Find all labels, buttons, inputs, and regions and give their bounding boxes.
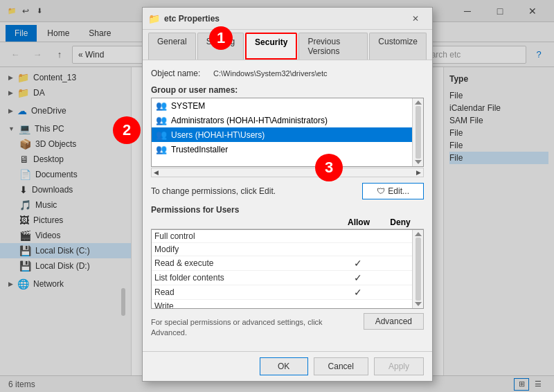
perm-allow: ✓ [337,272,379,283]
perm-row-read-execute: Read & execute ✓ [152,256,423,271]
edit-btn-label: Edit... [388,186,409,196]
tab-general[interactable]: General [148,33,196,60]
change-perm-text: To change permissions, click Edit. [151,186,276,196]
edit-button[interactable]: 🛡 Edit... [362,183,424,199]
dialog-tabs: General Sharing Security Previous Versio… [143,30,432,60]
apply-button[interactable]: Apply [374,357,424,375]
perm-headers: Allow Deny [151,217,424,229]
cancel-button[interactable]: Cancel [314,357,368,375]
change-perm-row: To change permissions, click Edit. 🛡 Edi… [151,183,424,199]
dialog-overlay: 📁 etc Properties ✕ General Sharing Secur… [0,0,554,392]
tab-previous-versions[interactable]: Previous Versions [298,33,368,60]
perm-name: Full control [154,231,337,241]
scroll-thumb [416,106,421,159]
users-scrollbar [412,98,423,166]
perm-name: Read [154,287,337,297]
perm-col-allow: Allow [338,217,379,227]
checkmark-icon: ✓ [354,272,362,283]
dialog-title: etc Properties [164,14,404,24]
scroll-up-arrow [415,232,422,236]
user-name: SYSTEM [171,101,205,111]
dialog-body: Object name: C:\Windows\System32\drivers… [143,60,432,351]
checkmark-icon: ✓ [354,258,362,269]
perm-name: Read & execute [154,258,337,268]
user-name: Administrators (HOHAI-HT\Administrators) [171,116,328,125]
scroll-thumb [416,238,421,301]
user-icon: 👥 [156,100,167,111]
scroll-down-arrow [415,302,422,306]
checkmark-icon: ✓ [354,287,362,298]
object-name-value: C:\Windows\System32\drivers\etc [213,69,327,78]
perm-list-container: Full control Modify Read & execute ✓ [151,229,424,309]
perm-allow: ✓ [337,287,379,298]
scroll-right-arrow[interactable]: ▶ [414,169,423,176]
ok-button[interactable]: OK [260,357,308,375]
users-list-item-trusted[interactable]: 👥 TrustedInstaller [152,142,423,157]
perm-allow: ✓ [337,258,379,269]
perm-row-write: Write [152,300,423,309]
perm-row-list-folder: List folder contents ✓ [152,271,423,285]
advanced-button[interactable]: Advanced [364,313,424,330]
user-name: TrustedInstaller [171,145,228,154]
special-perm-section: For special permissions or advanced sett… [151,313,424,343]
object-name-row: Object name: C:\Windows\System32\drivers… [151,69,424,78]
users-hscroll: ◀ ▶ [151,168,424,177]
dialog-close-button[interactable]: ✕ [404,10,427,28]
etc-properties-dialog: 📁 etc Properties ✕ General Sharing Secur… [142,7,433,382]
scroll-left-arrow[interactable]: ◀ [152,169,161,176]
user-icon: 👥 [156,144,167,154]
special-perm-text: For special permissions or advanced sett… [151,317,357,339]
step-1-badge: 1 [209,26,233,50]
perm-row-fullcontrol: Full control [152,230,423,243]
perm-name: Write [154,301,337,309]
users-list-container: 👥 SYSTEM 👥 Administrators (HOHAI-HT\Admi… [151,98,424,167]
perm-row-read: Read ✓ [152,285,423,300]
step-2-badge: 2 [113,116,141,144]
users-list-box[interactable]: 👥 SYSTEM 👥 Administrators (HOHAI-HT\Admi… [151,98,424,167]
user-icon: 👥 [156,130,167,140]
folder-icon: 📁 [148,13,160,24]
user-icon: 👥 [156,115,167,125]
shield-icon: 🛡 [377,186,385,196]
perm-name: List folder contents [154,273,337,283]
tab-security[interactable]: Security [245,33,297,60]
tab-customize[interactable]: Customize [369,33,427,60]
scroll-down-arrow [415,160,422,164]
perm-list-box: Full control Modify Read & execute ✓ [151,229,424,309]
object-name-label: Object name: [151,69,213,78]
users-list-item-users[interactable]: 👥 Users (HOHAI-HT\Users) [152,127,423,142]
dialog-titlebar: 📁 etc Properties ✕ [143,8,432,30]
perm-col-name [154,217,338,227]
perm-scrollbar [412,230,423,308]
dialog-window-controls: ✕ [404,10,427,28]
dialog-footer: OK Cancel Apply [143,351,432,381]
perm-row-modify: Modify [152,243,423,256]
users-list-item-admins[interactable]: 👥 Administrators (HOHAI-HT\Administrator… [152,113,423,127]
group-section-label: Group or user names: [151,85,424,95]
step-3-badge: 3 [315,154,343,181]
users-list-item-system[interactable]: 👥 SYSTEM [152,98,423,113]
user-name: Users (HOHAI-HT\Users) [171,130,265,140]
perm-col-deny: Deny [379,217,421,227]
perm-table-label: Permissions for Users [151,205,424,215]
perm-name: Modify [154,244,337,254]
scroll-up-arrow [415,100,422,105]
